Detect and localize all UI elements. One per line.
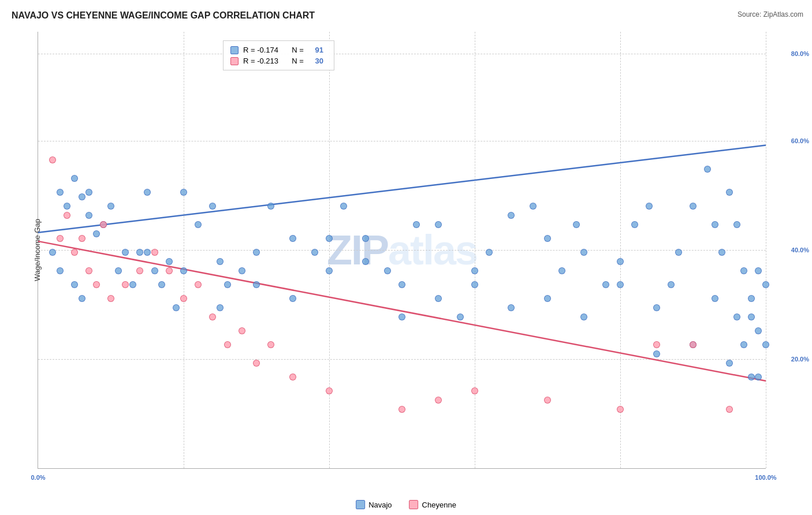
data-dot	[653, 341, 660, 348]
data-dot	[435, 221, 442, 228]
data-dot	[726, 360, 733, 367]
data-dot	[289, 374, 296, 380]
data-dot	[64, 203, 70, 210]
data-dot	[435, 295, 442, 302]
data-dot	[166, 258, 173, 265]
data-dot	[136, 249, 143, 256]
data-dot	[85, 189, 92, 196]
data-dot	[718, 249, 725, 256]
data-dot	[755, 374, 762, 380]
data-dot	[239, 327, 245, 334]
data-dot	[362, 235, 369, 242]
data-dot	[64, 212, 70, 219]
data-dot	[122, 249, 129, 256]
data-dot	[675, 249, 682, 256]
data-dot	[49, 249, 56, 256]
data-dot	[384, 267, 391, 274]
legend-cheyenne-label: Cheyenne	[422, 501, 456, 509]
data-dot	[71, 249, 78, 256]
y-label-40: 40.0%	[791, 247, 809, 253]
data-dot	[704, 166, 711, 173]
data-dot	[398, 406, 405, 413]
data-dot	[471, 267, 478, 274]
data-dot	[151, 267, 158, 274]
data-dot	[151, 249, 158, 256]
legend-navajo-box	[356, 500, 365, 509]
data-dot	[580, 249, 587, 256]
data-dot	[668, 281, 675, 288]
data-dot	[726, 406, 733, 413]
data-dot	[217, 304, 224, 311]
y-axis-title: Wage/Income Gap	[33, 219, 42, 281]
data-dot	[340, 203, 347, 210]
legend-navajo: Navajo	[356, 500, 392, 509]
data-dot	[755, 267, 762, 274]
data-dot	[267, 341, 274, 348]
data-dot	[617, 258, 624, 265]
source-label: Source: ZipAtlas.com	[737, 10, 803, 18]
data-dot	[85, 267, 92, 274]
data-dot	[362, 258, 369, 265]
data-dot	[129, 281, 136, 288]
legend-cheyenne-box	[409, 500, 419, 509]
data-dot	[398, 281, 405, 288]
data-dot	[71, 175, 78, 182]
data-dot	[690, 203, 696, 210]
data-dot	[617, 406, 624, 413]
data-dot	[457, 314, 464, 320]
chart-title: NAVAJO VS CHEYENNE WAGE/INCOME GAP CORRE…	[12, 10, 315, 21]
data-dot	[602, 281, 609, 288]
data-dot	[471, 281, 478, 288]
data-dot	[49, 156, 56, 163]
legend-cheyenne: Cheyenne	[409, 500, 456, 509]
data-dot	[712, 295, 718, 302]
chart-area: ZIPatlas 80.0% 60.0% 40.0% 20.0% 0.0% 10…	[38, 32, 766, 469]
data-dot	[289, 295, 296, 302]
data-dot	[398, 314, 405, 320]
data-dot	[326, 267, 333, 274]
data-dot	[107, 295, 114, 302]
inset-blue-n: 91	[315, 46, 323, 54]
data-dot	[530, 203, 537, 210]
data-dot	[267, 203, 274, 210]
data-dot	[93, 281, 100, 288]
data-dot	[144, 249, 151, 256]
data-dot	[57, 267, 64, 274]
data-dot	[544, 235, 551, 242]
data-dot	[326, 235, 333, 242]
data-dot	[239, 267, 245, 274]
data-dot	[748, 295, 755, 302]
data-dot	[762, 341, 769, 348]
x-label-100: 100.0%	[755, 474, 776, 481]
data-dot	[326, 387, 333, 394]
data-dot	[79, 235, 85, 242]
data-dot	[158, 281, 165, 288]
data-dot	[573, 221, 580, 228]
data-dot	[733, 314, 740, 320]
data-dot	[217, 258, 224, 265]
data-dot	[93, 230, 100, 237]
data-dot	[79, 295, 85, 302]
data-dot	[253, 249, 260, 256]
bottom-legend: Navajo Cheyenne	[356, 500, 456, 509]
data-dot	[253, 281, 260, 288]
data-dot	[107, 203, 114, 210]
data-dot	[166, 267, 173, 274]
inset-pink-box	[230, 57, 239, 65]
x-label-0: 0.0%	[31, 474, 45, 481]
data-dot	[289, 235, 296, 242]
data-dot	[544, 295, 551, 302]
data-dot	[180, 295, 187, 302]
inset-blue-box	[230, 46, 239, 54]
data-dot	[471, 387, 478, 394]
data-dot	[755, 327, 762, 334]
data-dot	[558, 267, 565, 274]
data-dot	[195, 221, 202, 228]
data-dot	[224, 341, 231, 348]
data-dot	[413, 221, 420, 228]
data-dot	[57, 235, 64, 242]
legend-navajo-label: Navajo	[368, 501, 392, 509]
data-dot	[712, 221, 718, 228]
data-dot	[748, 314, 755, 320]
data-dot	[580, 314, 587, 320]
